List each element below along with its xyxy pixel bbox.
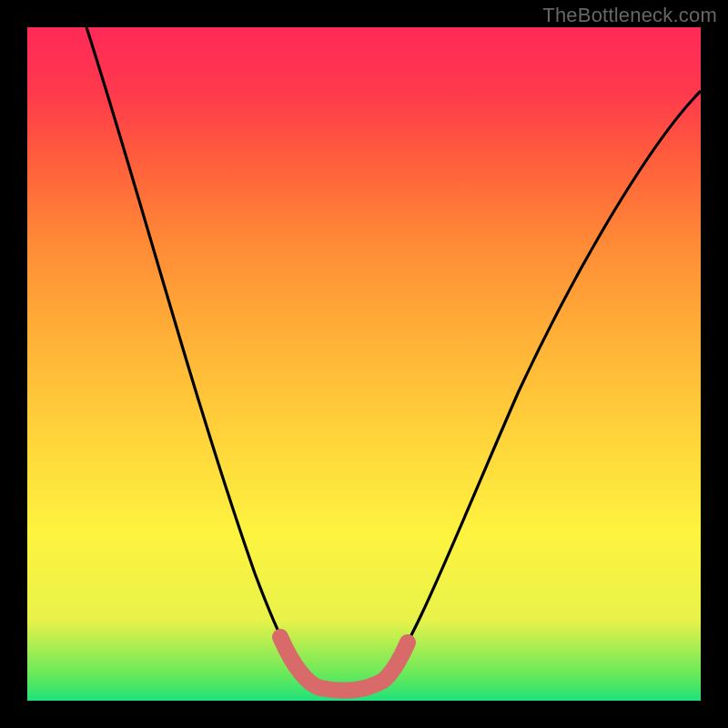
watermark-text: TheBottleneck.com [542, 4, 717, 27]
curve-svg [27, 27, 701, 701]
highlight-segment [280, 637, 408, 691]
plot-area [27, 27, 701, 701]
bottleneck-curve [86, 27, 701, 690]
chart-frame: TheBottleneck.com [0, 0, 728, 728]
